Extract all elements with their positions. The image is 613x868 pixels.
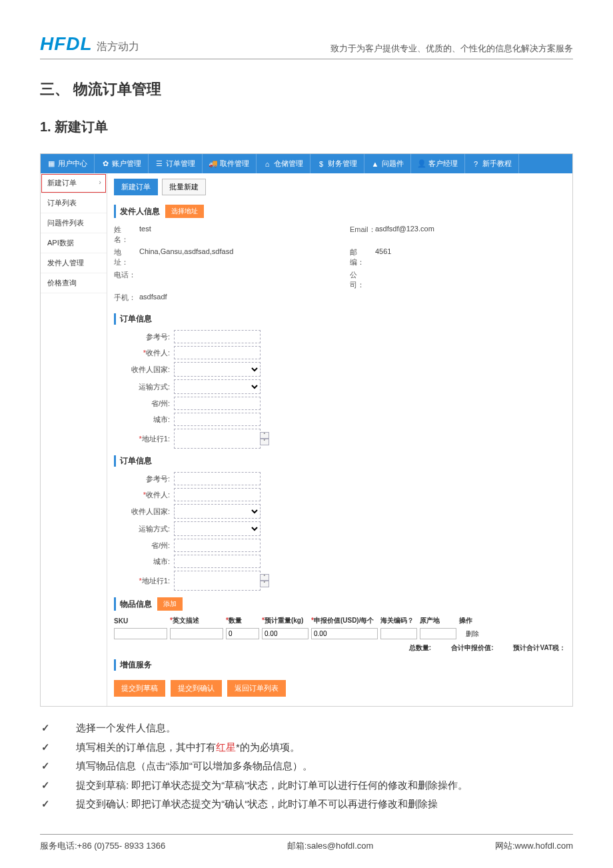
total-vat-label: 预计合计VAT税： (513, 643, 566, 653)
dollar-icon: $ (317, 160, 325, 168)
addr1-input-2[interactable] (174, 571, 261, 591)
doc-header: HFDL 浩方动力 致力于为客户提供专业、优质的、个性化的信息化解决方案服务 (40, 33, 573, 59)
col-sku: SKU (114, 617, 167, 625)
city-input-2[interactable] (174, 555, 261, 568)
vas-section-head: 增值服务 (114, 659, 566, 671)
prov-label-2: 省/州: (114, 541, 174, 551)
hs-input[interactable] (380, 628, 417, 639)
nav-tutorial[interactable]: ?新手教程 (465, 154, 519, 173)
main-panel: 新建订单 批量新建 发件人信息 选择地址 姓 名：test Email：asdf… (107, 173, 572, 706)
country-select-2[interactable] (174, 504, 261, 519)
nav-user-center[interactable]: ▦用户中心 (41, 154, 95, 173)
recv-input-2[interactable] (174, 488, 261, 501)
new-order-button[interactable]: 新建订单 (114, 179, 158, 195)
list-item: 提交到确认: 即把订单状态提交为“确认“状态，此时订单不可以再进行修改和删除操 (40, 795, 573, 814)
goods-section-head: 物品信息 添加 (114, 597, 566, 611)
add-goods-button[interactable]: 添加 (157, 597, 183, 611)
delete-row-link[interactable]: 删除 (459, 629, 486, 639)
nav-finance[interactable]: $财务管理 (310, 154, 364, 173)
slogan: 致力于为客户提供专业、优质的、个性化的信息化解决方案服务 (330, 43, 573, 55)
submit-confirm-button[interactable]: 提交到确认 (171, 680, 222, 697)
submit-draft-button[interactable]: 提交到草稿 (114, 680, 165, 697)
addr1-spinner-2[interactable]: ˄˅ (260, 574, 269, 587)
sidebar-price-query[interactable]: 价格查询 (41, 273, 107, 293)
prov-input-2[interactable] (174, 539, 261, 552)
comp-label: 公 司： (350, 270, 372, 290)
recv-label-2: *收件人: (114, 490, 174, 500)
goods-header-row: SKU *英文描述 *数量 *预计重量(kg) *申报价值(USD)/每个 海关… (114, 616, 566, 625)
addr1-label: *地址行1: (114, 434, 174, 444)
spin-down-icon[interactable]: ˅ (260, 439, 269, 445)
ship-select-2[interactable] (174, 521, 261, 536)
logo-mark: HFDL (40, 33, 93, 55)
order-section-head-2: 订单信息 (114, 455, 566, 467)
nav-account[interactable]: ✿账户管理 (95, 154, 149, 173)
nav-manager[interactable]: 👤客户经理 (411, 154, 465, 173)
home-icon: ⌂ (263, 160, 271, 168)
recv-input[interactable] (174, 346, 261, 359)
logo-sub: 浩方动力 (97, 40, 139, 54)
spin-up-icon[interactable]: ˄ (260, 574, 269, 581)
tel-label: 电话： (114, 270, 137, 290)
country-label-2: 收件人国家: (114, 507, 174, 517)
col-en: *英文描述 (170, 616, 223, 625)
addr1-spinner[interactable]: ˄˅ (260, 432, 269, 445)
list-item: 填写物品信息（点击“添加“可以增加多条物品信息）。 (40, 757, 573, 776)
choose-address-button[interactable]: 选择地址 (165, 205, 204, 218)
goods-totals: 总数量: 合计申报价值: 预计合计VAT税： (114, 643, 566, 653)
nav-issues[interactable]: ▲问题件 (364, 154, 411, 173)
logo: HFDL 浩方动力 (40, 33, 139, 55)
weight-input[interactable] (262, 628, 308, 639)
city-input[interactable] (174, 413, 261, 426)
batch-new-button[interactable]: 批量新建 (162, 179, 206, 195)
ref-input-2[interactable] (174, 472, 261, 485)
post-label: 邮 编： (350, 247, 372, 267)
footer-mail: 邮箱:sales@hofdl.com (287, 840, 374, 852)
sender-info: 姓 名：test Email：asdfsdf@123.com 地 址：China… (114, 223, 566, 307)
truck-icon: 🚚 (209, 160, 217, 168)
col-op: 操作 (459, 616, 486, 625)
order-form-1: 参考号: *收件人: 收件人国家: 运输方式: 省/州: 城市: *地址行1:˄… (114, 330, 566, 449)
order-section-head-1: 订单信息 (114, 313, 566, 325)
sidebar-issue-list[interactable]: 问题件列表 (41, 213, 107, 233)
mob-label: 手机： (114, 293, 137, 303)
ship-select[interactable] (174, 379, 261, 394)
value-input[interactable] (311, 628, 378, 639)
prov-input[interactable] (174, 397, 261, 410)
email-value: asdfsdf@123.com (375, 225, 434, 245)
nav-pickup[interactable]: 🚚取件管理 (203, 154, 257, 173)
qty-input[interactable] (226, 628, 259, 639)
back-list-button[interactable]: 返回订单列表 (227, 680, 286, 697)
addr-label: 地 址： (114, 247, 137, 267)
nav-warehouse[interactable]: ⌂仓储管理 (257, 154, 310, 173)
app-screenshot: ▦用户中心 ✿账户管理 ☰订单管理 🚚取件管理 ⌂仓储管理 $财务管理 ▲问题件… (40, 153, 573, 707)
sidebar-sender-mgmt[interactable]: 发件人管理 (41, 253, 107, 273)
en-desc-input[interactable] (170, 628, 223, 639)
user-icon: 👤 (418, 160, 426, 168)
addr1-label-2: *地址行1: (114, 576, 174, 586)
country-select[interactable] (174, 362, 261, 377)
addr1-input[interactable] (174, 429, 261, 449)
country-label: 收件人国家: (114, 365, 174, 375)
origin-input[interactable] (420, 628, 456, 639)
ref-input[interactable] (174, 330, 261, 343)
section-heading: 三、 物流订单管理 (40, 79, 573, 99)
alert-icon: ▲ (371, 160, 379, 168)
email-label: Email： (350, 225, 372, 245)
spin-down-icon[interactable]: ˅ (260, 581, 269, 587)
addr-value: China,Gansu,asdfsad,sdfasd (139, 247, 233, 267)
sidebar: 新建订单 订单列表 问题件列表 API数据 发件人管理 价格查询 (41, 173, 107, 706)
name-value: test (139, 225, 151, 245)
total-val-label: 合计申报价值: (451, 643, 493, 653)
list-icon: ☰ (155, 160, 163, 168)
col-qty: *数量 (226, 616, 259, 625)
list-item: 选择一个发件人信息。 (40, 719, 573, 738)
footer-tel: 服务电话:+86 (0)755- 8933 1366 (40, 840, 165, 852)
subsection-heading: 1. 新建订单 (40, 118, 573, 136)
sidebar-api-data[interactable]: API数据 (41, 233, 107, 253)
sidebar-order-list[interactable]: 订单列表 (41, 193, 107, 213)
sku-input[interactable] (114, 628, 167, 639)
sidebar-new-order[interactable]: 新建订单 (41, 173, 107, 193)
spin-up-icon[interactable]: ˄ (260, 432, 269, 439)
nav-orders[interactable]: ☰订单管理 (149, 154, 203, 173)
